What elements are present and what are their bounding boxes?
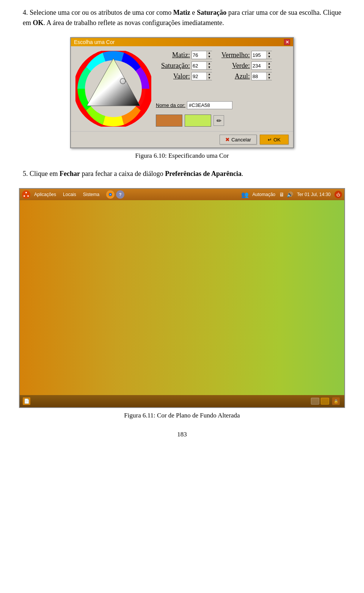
taskbar-aplicacoes[interactable]: Aplicações (31, 190, 59, 199)
desktop-background (20, 189, 344, 407)
vermelho-spin-down[interactable]: ▼ (267, 55, 272, 59)
matiz-spin-down[interactable]: ▼ (207, 55, 212, 59)
figure-611-container: Aplicações Locais Sistema ? 👥 Automação (23, 188, 341, 419)
vermelho-row: Vermelho: ▲ ▼ (216, 51, 272, 59)
dialog-footer: ✖ Cancelar ↵ OK (71, 131, 293, 147)
vermelho-label: Vermelho: (216, 51, 250, 59)
workspace-btn-2[interactable] (321, 398, 329, 405)
bottom-lock-icon[interactable]: 🔒 (332, 397, 340, 405)
step5-bold-fechar: Fechar (60, 170, 80, 177)
dialog-titlebar: Escolha uma Cor ✕ (71, 38, 293, 46)
para1-bold-matiz: Matiz (173, 9, 190, 16)
bottom-bar-right: 🔒 (311, 397, 341, 405)
figure-610-caption: Figura 6.10: Especificando uma Cor (135, 152, 229, 160)
verde-spinners: ▲ ▼ (266, 62, 272, 69)
taskbar-firefox-icon[interactable] (106, 190, 115, 199)
bottom-taskbar: 📄 🔒 (20, 395, 344, 407)
figure-611-caption: Figura 6.11: Cor de Plano de Fundo Alter… (124, 412, 240, 419)
svg-point-9 (110, 194, 111, 195)
verde-row: Verde: ▲ ▼ (216, 61, 272, 70)
matiz-row: Matiz: ▲ ▼ (156, 51, 212, 59)
ok-label: OK (273, 137, 281, 143)
matiz-spin-up[interactable]: ▲ (207, 51, 212, 55)
paragraph-step5: 5. Clique em Fechar para fechar a caixa … (23, 169, 341, 179)
swatch-row: ✏ (156, 115, 272, 127)
valor-spin-up[interactable]: ▲ (207, 72, 212, 76)
para1-bold-saturacao: Saturação (197, 9, 226, 16)
bottom-app-icon: 📄 (23, 397, 30, 405)
taskbar-help-icon[interactable]: ? (116, 190, 124, 199)
taskbar-datetime: Ter 01 Jul, 14:30 (295, 191, 332, 198)
desktop-screenshot: Aplicações Locais Sistema ? 👥 Automação (19, 188, 345, 408)
dialog-close-button[interactable]: ✕ (284, 39, 290, 45)
nome-da-cor-row: Nome da cor: (156, 101, 272, 109)
nome-da-cor-input[interactable] (187, 101, 232, 109)
eyedropper-button[interactable]: ✏ (213, 115, 224, 126)
para1-e: e (190, 9, 197, 16)
verde-input-wrap: ▲ ▼ (251, 61, 272, 70)
saturacao-label: Saturação: (156, 62, 190, 70)
dialog-title: Escolha uma Cor (74, 39, 115, 45)
taskbar-left: Aplicações Locais Sistema ? (22, 190, 124, 199)
verde-input[interactable] (252, 63, 266, 69)
color-wheel-svg (75, 51, 151, 127)
taskbar-power-button[interactable]: ⏻ (334, 191, 342, 198)
taskbar-speaker-icon: 🔊 (287, 191, 293, 198)
azul-input[interactable] (252, 73, 266, 80)
color-wheel-area[interactable] (75, 51, 151, 127)
step5-text: 5. Clique em (23, 170, 60, 177)
azul-row: Azul: ▲ ▼ (216, 72, 272, 80)
ok-icon: ↵ (268, 137, 272, 143)
nome-da-cor-label: Nome da cor: (156, 102, 185, 108)
verde-spin-down[interactable]: ▼ (267, 66, 272, 69)
controls-two-col: Matiz: ▲ ▼ Saturação: (156, 51, 272, 97)
ok-button[interactable]: ↵ OK (260, 135, 289, 144)
para1-end: . A área de trabalho reflete as novas co… (44, 19, 224, 27)
cancel-label: Cancelar (231, 137, 251, 143)
saturacao-input[interactable] (192, 63, 206, 69)
taskbar-people-icon: 👥 (241, 191, 249, 198)
para1-text: 4. Selecione uma cor ou os atributos de … (23, 9, 173, 16)
power-icon: ⏻ (336, 193, 340, 197)
taskbar: Aplicações Locais Sistema ? 👥 Automação (20, 189, 344, 200)
figure-610-container: Escolha uma Cor ✕ (23, 37, 341, 160)
svg-point-4 (25, 192, 27, 193)
dialog-body: Matiz: ▲ ▼ Saturação: (71, 46, 293, 131)
valor-spinners: ▲ ▼ (206, 72, 212, 80)
saturacao-input-wrap: ▲ ▼ (191, 61, 212, 70)
valor-input-wrap: ▲ ▼ (191, 72, 212, 80)
taskbar-app-icons: ? (106, 190, 124, 199)
vermelho-input[interactable] (252, 52, 266, 58)
svg-point-6 (24, 195, 25, 197)
taskbar-right: 👥 Automação 🖥 🔊 Ter 01 Jul, 14:30 ⏻ (241, 191, 342, 198)
azul-spin-down[interactable]: ▼ (267, 76, 272, 80)
cancel-button[interactable]: ✖ Cancelar (220, 135, 257, 144)
controls-right-col: Vermelho: ▲ ▼ Verde: (216, 51, 272, 97)
verde-label: Verde: (216, 62, 250, 70)
taskbar-locais[interactable]: Locais (60, 190, 79, 199)
controls-left-col: Matiz: ▲ ▼ Saturação: (156, 51, 212, 97)
taskbar-sistema[interactable]: Sistema (80, 190, 102, 199)
step5-bold-prefs: Preferências de Aparência (165, 170, 242, 177)
valor-spin-down[interactable]: ▼ (207, 76, 212, 80)
ubuntu-icon (22, 190, 30, 199)
verde-spin-up[interactable]: ▲ (267, 62, 272, 66)
matiz-label: Matiz: (156, 51, 190, 59)
azul-input-wrap: ▲ ▼ (251, 72, 272, 80)
valor-label: Valor: (156, 72, 190, 80)
vermelho-spin-up[interactable]: ▲ (267, 51, 272, 55)
saturacao-spin-up[interactable]: ▲ (207, 62, 212, 66)
swatch-old-color (156, 115, 182, 127)
vermelho-spinners: ▲ ▼ (266, 51, 272, 59)
valor-row: Valor: ▲ ▼ (156, 72, 212, 80)
paragraph-1: 4. Selecione uma cor ou os atributos de … (23, 8, 341, 28)
workspace-btn-1[interactable] (311, 398, 319, 405)
matiz-input[interactable] (192, 52, 206, 58)
color-controls-area: Matiz: ▲ ▼ Saturação: (156, 51, 272, 127)
saturacao-spin-down[interactable]: ▼ (207, 66, 212, 69)
azul-spin-up[interactable]: ▲ (267, 72, 272, 76)
taskbar-monitor-icon: 🖥 (279, 191, 284, 198)
azul-spinners: ▲ ▼ (266, 72, 272, 80)
valor-input[interactable] (192, 73, 206, 80)
taskbar-automacao: Automação (251, 191, 277, 198)
